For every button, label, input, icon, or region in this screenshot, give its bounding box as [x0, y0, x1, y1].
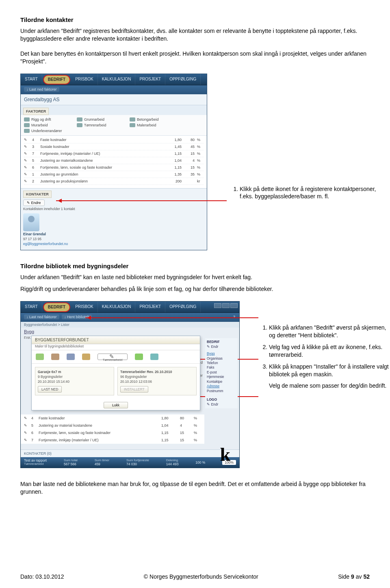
fp-b: av [354, 573, 364, 580]
callout-list-1: Klikk på dette ikonet for å registerere … [232, 185, 386, 205]
rp-field: Kontaktpe [207, 380, 236, 384]
lukk-button[interactable]: Lukk [104, 402, 128, 408]
table-row[interactable]: ✎4Faste kostnader1,8080% [24, 137, 204, 143]
close-icon[interactable] [230, 303, 238, 308]
installert-button[interactable]: INSTALLERT [120, 386, 148, 393]
cat-tomrerarbeid[interactable]: Tømrerarbeid [77, 123, 117, 127]
cat-label: Malerarbeid [137, 123, 156, 127]
card-title: Garasje 6x7 m [38, 370, 111, 374]
row-num: 1 [32, 172, 38, 176]
rp-bygg[interactable]: Bygg [207, 351, 236, 356]
popup-subtitle: Maler til bygningsdelsbiblioteket [32, 344, 200, 350]
cat-icon[interactable] [51, 354, 59, 360]
table-row[interactable]: ✎2Justering av produksjonslønn200kr [24, 178, 204, 185]
maximize-icon[interactable] [222, 303, 230, 308]
cat-betongarbeid[interactable]: Betongarbeid [130, 117, 170, 122]
row-unit: % [194, 438, 201, 442]
tab-prisbok[interactable]: PRISBOK [71, 74, 98, 85]
company-name: Grendalbygg AS [21, 94, 207, 105]
table-row[interactable]: ✎1Justering av grunntiden1,3535% [24, 171, 204, 178]
last-ned-button[interactable]: LAST NED [38, 386, 62, 393]
last-ned-faktorer-button[interactable]: ↓ Last ned faktorer [24, 87, 59, 92]
rp-endr[interactable]: Endr [211, 345, 218, 349]
row-pct: 4 [184, 158, 195, 163]
row-pct: 15 [180, 431, 191, 435]
row-val: 1,80 [161, 416, 178, 420]
cat-icon[interactable] [36, 354, 44, 360]
cat-malerarbeid[interactable]: Malerarbeid [130, 123, 170, 127]
row-label: Fortjeneste, lønn, sosiale og faste kost… [39, 431, 159, 435]
row-num: 7 [32, 152, 38, 156]
row-label: Fortjeneste, innkjøp (materialer / UE) [39, 438, 159, 442]
row-label: Faste kostnader [40, 138, 165, 142]
row-label: Justering av material kostandene [39, 423, 159, 427]
row-pct: 80 [184, 138, 195, 142]
cat-label: Betongarbeid [137, 117, 159, 122]
cat-underleverandorer[interactable]: Underleverandører [24, 129, 65, 133]
table-row[interactable]: ✎3Sosiale kostnader1,4545% [24, 143, 204, 150]
card-date: 20.10.2010 15:14:40 [38, 380, 111, 384]
callout2-extra: Velg de malene som passer for deg/din be… [269, 382, 390, 390]
row-num: 5 [32, 158, 38, 163]
heading-tilordne-kontakter: Tilordne kontakter [20, 16, 370, 23]
screenshot-bedrift-kontakter: START BEDRIFT PRISBOK KALKULASJON PROSJE… [20, 74, 207, 251]
para-intro-1: Under arkfanen "Bedrift" registreres bed… [20, 27, 370, 43]
tab-prisbok[interactable]: PRISBOK [71, 302, 98, 312]
cat-icon[interactable] [67, 354, 75, 360]
cat-icon[interactable] [82, 354, 90, 360]
callout-1: Klikk på dette ikonet for å registerere … [240, 185, 386, 201]
callout2-li1: Klikk på arkfanen "Bedrift" øverst på sk… [269, 324, 390, 339]
rp-field: Hjemmesie [207, 375, 236, 379]
minimize-icon[interactable] [214, 303, 221, 308]
para-bib-1: Under arkfanen "Bedrift" kan en laste ne… [20, 273, 370, 281]
tab-start[interactable]: START [21, 74, 42, 85]
breadcrumb: Byggmesterforbundet > Lister [21, 322, 239, 328]
row-label: Justering av materialkostandene [40, 158, 165, 163]
cat-icon[interactable] [135, 354, 143, 360]
row-val: 1,15 [161, 431, 178, 435]
row-val: 1,15 [168, 165, 182, 169]
table-row[interactable]: ✎6Fortjeneste, lønn, sosiale og faste ko… [21, 429, 204, 436]
cat-murarbeid[interactable]: Murarbeid [24, 123, 65, 127]
cat-tomrerarbeid-selected[interactable]: ✎Tømrerarbeid [98, 354, 128, 360]
contact-email[interactable]: eg@byggmesterforbundet.no [23, 242, 204, 246]
bygg-link[interactable]: Bygg [21, 328, 239, 336]
rp-field: Organisas [207, 356, 236, 361]
rp-field: Faks [207, 365, 236, 370]
row-pct: 45 [184, 145, 195, 149]
faktor-categories: Rigg og drift Grunnarbeid Betongarbeid M… [21, 115, 207, 136]
contact-phone: 97 17 13 95 [23, 237, 204, 241]
tab-bedrift[interactable]: BEDRIFT [43, 75, 70, 85]
tab-bedrift[interactable]: BEDRIFT [43, 302, 70, 312]
row-pct: 15 [184, 165, 195, 169]
faktor-table: ✎4Faste kostnader1,8080% ✎3Sosiale kostn… [21, 136, 207, 188]
table-row[interactable]: ✎5Justering av material kostandene1,044% [21, 422, 204, 429]
contact-name: Einar Grendal [23, 232, 204, 236]
endre-button[interactable]: ✎ Endre [23, 200, 45, 206]
row-label: Fortjeneste, lønn, sosiale og faste kost… [40, 165, 165, 169]
footer-org: © Norges Byggmesterforbunds Servicekonto… [144, 573, 258, 580]
table-row[interactable]: ✎7Fortjeneste, innkjøp (materialer / UE)… [21, 436, 204, 444]
table-row[interactable]: ✎7Fortjeneste, innkjøp (materialer / UE)… [24, 150, 204, 157]
tab-kalkulasjon[interactable]: KALKULASJON [98, 302, 136, 312]
underlev-icon [24, 129, 30, 133]
rp-field: Postnumm [207, 389, 236, 393]
tab-oppfolging[interactable]: OPPFØLGING [165, 74, 201, 85]
table-row[interactable]: ✎5Justering av materialkostandene1,044% [24, 157, 204, 164]
tab-oppfolging[interactable]: OPPFØLGING [165, 302, 201, 312]
card-count: 96 Bygningsdeler [120, 375, 194, 379]
tab-start[interactable]: START [21, 302, 42, 312]
table-row[interactable]: ✎4Faste kostnader1,8080% [21, 414, 204, 422]
last-ned-faktorer-button[interactable]: ↓ Last ned faktorer [24, 315, 59, 319]
popup-category-icons: ✎Tømrerarbeid [32, 350, 200, 364]
rp-endr2[interactable]: Endr [211, 402, 218, 406]
tab-kalkulasjon[interactable]: KALKULASJON [98, 74, 136, 85]
cat-icon[interactable] [150, 354, 158, 360]
table-row[interactable]: ✎6Fortjeneste, lønn, sosiale og faste ko… [24, 164, 204, 171]
tab-prosjekt[interactable]: PROSJEKT [135, 302, 165, 312]
cat-rigg-og-drift[interactable]: Rigg og drift [24, 117, 65, 122]
endre-label: Endre [31, 201, 41, 205]
cat-grunnarbeid[interactable]: Grunnarbeid [77, 117, 117, 122]
row-val: 1,45 [168, 145, 182, 149]
tab-prosjekt[interactable]: PROSJEKT [135, 74, 165, 85]
